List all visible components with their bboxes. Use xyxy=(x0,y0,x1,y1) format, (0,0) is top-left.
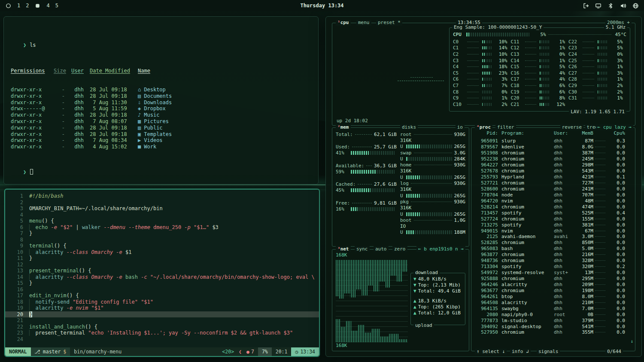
process-row[interactable]: 951908chromiumdhh387M0.0 xyxy=(474,150,632,156)
process-row[interactable]: 964261btopdhh8.0M0.0 xyxy=(474,293,632,299)
process-row[interactable]: 965083bashdhh5.0M0.0 xyxy=(474,246,632,252)
music-icon: ♪ xyxy=(138,112,141,118)
down-arrow-icon: ▼ xyxy=(413,288,416,294)
io-toggle[interactable]: io xyxy=(456,124,465,130)
proc-box-tab[interactable]: ⁴proc xyxy=(475,124,492,130)
workspace-2[interactable]: 2 xyxy=(26,3,29,9)
process-row[interactable]: 713457spotifydhh525M0.4 xyxy=(474,210,632,216)
scroll-down-icon[interactable]: ↓ xyxy=(630,338,633,344)
mem-box-tab[interactable]: ²mem xyxy=(336,124,351,130)
cpu-core: C225% xyxy=(568,39,623,45)
process-row[interactable]: 527721chromiumdhh727M0.0 xyxy=(474,180,632,186)
col-memb[interactable]: MemB xyxy=(571,130,593,136)
process-row[interactable]: 527950chromiumdhh355M0.0 xyxy=(474,329,632,335)
volume-icon[interactable] xyxy=(620,3,626,9)
cpu-core: C196% xyxy=(511,89,565,95)
process-row[interactable]: 528600chromiumdhh241M0.0 xyxy=(474,186,632,192)
process-row[interactable]: 527724chromiumdhh155M0.0 xyxy=(474,216,632,222)
process-row[interactable]: 713304spotifydhh320M0.2 xyxy=(474,264,632,270)
terminal-window-files[interactable]: ❯ls Permissions Size User Date Modified … xyxy=(3,16,319,184)
col-cpu-percent[interactable]: Cpu% xyxy=(607,130,625,136)
process-row[interactable]: 527678chromiumdhh543M0.0 xyxy=(474,168,632,174)
process-row[interactable]: 948736chromiumdhh328M0.0 xyxy=(474,258,632,264)
process-row[interactable]: 963677chromiumdhh198M0.0 xyxy=(474,287,632,293)
col-proc-user[interactable]: User: xyxy=(550,130,571,136)
net-sync-toggle[interactable]: sync xyxy=(355,246,370,252)
cpu-box-tab[interactable]: ¹cpu xyxy=(336,20,351,26)
process-row[interactable]: 964135swaybgdhh7.0M0.0 xyxy=(474,305,632,311)
net-zero-toggle[interactable]: zero xyxy=(392,246,407,252)
cpu-core: C261% xyxy=(568,63,623,70)
col-pid[interactable]: Pid: xyxy=(474,130,498,136)
cpu-core: C240% xyxy=(568,51,623,57)
load-average: LAV: 1.19 1.65 1.71 xyxy=(569,109,626,115)
file-row: drwxr-xr-x-dhh28 Jul 09:18♪Music xyxy=(11,112,311,118)
register-indicator: <20> xyxy=(218,347,238,356)
signals-hint[interactable]: signals xyxy=(537,349,560,354)
net-interface-selector[interactable]: ← b enp191s0 n → xyxy=(416,246,465,252)
info-hint[interactable]: info ↲ xyxy=(510,349,531,354)
net-box-tab[interactable]: ³net xyxy=(336,246,351,252)
filter-button[interactable]: filter xyxy=(495,124,516,130)
diagnostics-badge: ●7 xyxy=(243,347,258,356)
screencast-icon[interactable] xyxy=(595,3,601,9)
cpu-core: C141% xyxy=(511,57,565,64)
process-row[interactable]: 394092signal-desktopdhh541M0.0 xyxy=(474,323,632,329)
process-row[interactable]: 713275spotifydhh381M0.0 xyxy=(474,222,632,228)
logout-icon[interactable] xyxy=(583,3,589,9)
workspace-5[interactable]: 5 xyxy=(55,3,58,9)
ls-command: ls xyxy=(30,42,36,48)
col-size: Size xyxy=(54,68,67,74)
process-row[interactable]: 963877chromiumdhh216M0.0 xyxy=(474,252,632,258)
process-row[interactable]: 255793Hyprlanddhh421M0.1 xyxy=(474,174,632,180)
col-program[interactable]: Program: xyxy=(498,130,550,136)
editor-line: 2 xyxy=(5,199,319,206)
disk-row: root930G xyxy=(400,131,465,137)
prompt-line-empty[interactable]: ❯ xyxy=(11,163,311,182)
process-row[interactable]: 549972systemd-resolvesyst+13M0.0 xyxy=(474,270,632,276)
process-row[interactable]: 964227chromiumdhh298M0.0 xyxy=(474,162,632,168)
process-row[interactable]: 965091slurpdhh87M0.3 xyxy=(474,138,632,144)
editor-window[interactable]: 1#!/bin/bash23OMARCHY_BIN_PATH=~/.local/… xyxy=(4,189,320,357)
editor-area[interactable]: 1#!/bin/bash23OMARCHY_BIN_PATH=~/.local/… xyxy=(5,193,319,347)
process-row[interactable]: 925888chromiumdhh295M0.0 xyxy=(474,276,632,282)
editor-statusline: NORMAL ⎇master$ bin/omarchy-menu <20> ❮ … xyxy=(5,347,319,356)
up-arrow-icon: ▲ xyxy=(413,304,416,310)
globe-icon[interactable] xyxy=(632,3,639,9)
process-row[interactable]: 777873lm-studiodhh379M0.0 xyxy=(474,317,632,323)
videos-icon: ▶ xyxy=(138,137,141,143)
bluetooth-icon[interactable] xyxy=(608,3,614,9)
downloads-icon: ⇩ xyxy=(138,100,141,106)
editor-line: 10▏ alacritty --class Omarchy -e $1 xyxy=(5,249,319,256)
scroll-percent: 7% xyxy=(258,347,272,356)
process-row[interactable]: 778704nodedhh707M0.0 xyxy=(474,192,632,198)
process-row[interactable]: 528285chromiumdhh850M0.0 xyxy=(474,240,632,246)
process-row[interactable]: 964246alacrittydhh209M0.0 xyxy=(474,282,632,288)
editor-line: 17edit_in_nvim() { xyxy=(5,293,319,299)
menu-button[interactable]: menu xyxy=(356,20,371,26)
system-monitor-window[interactable]: ¹cpu menu preset * 13:34:55 2000ms + Eng… xyxy=(325,16,642,357)
select-hint[interactable]: ↑ select ↓ xyxy=(475,349,507,354)
workspace-1[interactable]: 1 xyxy=(17,3,20,9)
reverse-toggle[interactable]: reverse xyxy=(560,124,583,130)
launcher-circle-icon[interactable] xyxy=(5,3,12,9)
process-row[interactable]: 2125avahi-daemonavahi3.0M0.0 xyxy=(474,234,632,240)
branch-name: master xyxy=(43,349,61,355)
process-row[interactable]: 949015nvimdhh67M0.0 xyxy=(474,228,632,234)
process-row[interactable]: 528214chromiumdhh474M0.0 xyxy=(474,204,632,210)
disks-toggle[interactable]: disks xyxy=(400,124,418,130)
statusline-spacer xyxy=(125,347,218,356)
process-row[interactable]: 952238chromiumdhh245M0.0 xyxy=(474,156,632,162)
workspace-active-icon[interactable] xyxy=(34,3,41,9)
mem-title: mem xyxy=(340,124,349,130)
process-row[interactable]: 964508alacrittydhh210M0.0 xyxy=(474,299,632,305)
net-auto-toggle[interactable]: auto xyxy=(374,246,389,252)
download-top: Top: (2,13 Mib) xyxy=(418,282,461,288)
preset-button[interactable]: preset * xyxy=(376,20,402,26)
cpu-core: C164% xyxy=(511,70,565,76)
process-row[interactable]: 2080napi/phy0-0root0B0.0 xyxy=(474,311,632,317)
process-row[interactable]: 879567kdenlivedhh8.0G0.0 xyxy=(474,144,632,150)
sort-column-selector[interactable]: ← cpu lazy → xyxy=(596,124,633,130)
workspace-4[interactable]: 4 xyxy=(46,3,49,9)
process-row[interactable]: 964720nvimdhh48M0.0 xyxy=(474,198,632,204)
